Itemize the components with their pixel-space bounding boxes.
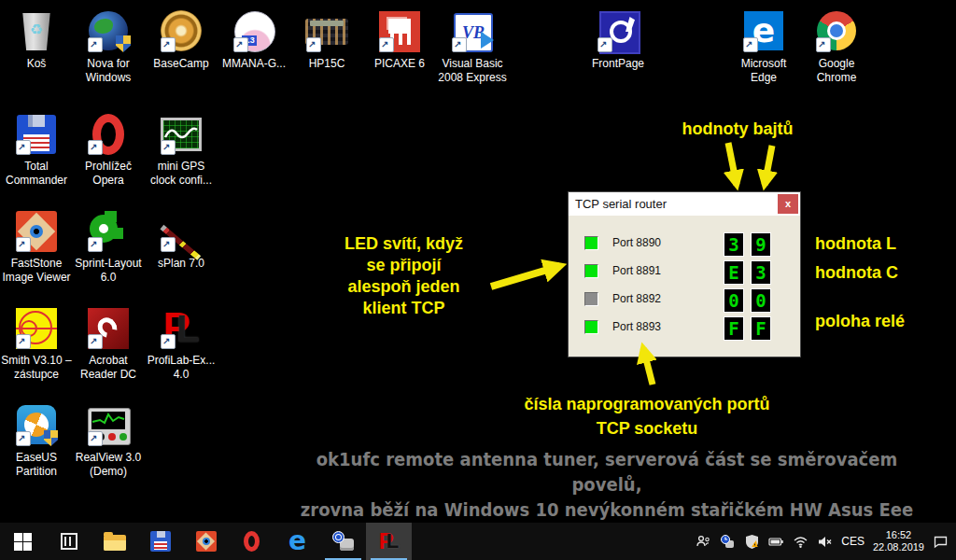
desktop-icon-mmana[interactable]: v.3 MMANA-G... xyxy=(218,9,290,71)
desktop-icon-label: Nova for Windows xyxy=(72,57,145,85)
language-indicator[interactable]: CES xyxy=(841,535,865,548)
profilab-icon-l: L xyxy=(387,530,399,553)
wifi-icon[interactable] xyxy=(793,534,808,550)
digit-display-l: E xyxy=(724,260,744,285)
shortcut-arrow-icon xyxy=(161,140,176,155)
desktop-icon-recycle-bin[interactable]: ♻ Koš xyxy=(0,9,73,71)
window-title: TCP serial router xyxy=(575,197,667,211)
tcp-serial-router-button[interactable] xyxy=(320,523,366,560)
action-center-icon[interactable] xyxy=(933,534,949,550)
defender-shield-icon[interactable] xyxy=(744,534,760,550)
people-icon[interactable] xyxy=(696,534,711,550)
desktop-icon-easeus[interactable]: EaseUS Partition xyxy=(0,403,73,479)
eye-icon xyxy=(196,531,217,552)
close-button[interactable]: x xyxy=(778,194,798,214)
port-row: Port 8890 3 9 xyxy=(569,232,800,260)
shortcut-arrow-icon xyxy=(16,237,31,252)
edge-button[interactable]: e xyxy=(274,523,320,560)
calculator-icon xyxy=(304,9,349,54)
desktop-icon-label: Prohlížeč Opera xyxy=(72,160,145,188)
annotation-line: LED svítí, když xyxy=(327,233,481,255)
total-commander-button[interactable] xyxy=(137,523,183,560)
desktop-icon-realview[interactable]: RealView 3.0 (Demo) xyxy=(72,403,145,479)
desktop-icon-google-chrome[interactable]: Google Chrome xyxy=(800,9,873,85)
desktop-icon-label: Google Chrome xyxy=(800,57,873,85)
sprint-layout-icon xyxy=(86,209,131,254)
digit-display-l: F xyxy=(724,316,744,341)
desktop-icon-sprint-layout[interactable]: Sprint-Layout 6.0 xyxy=(72,209,145,285)
tray-date: 22.08.2019 xyxy=(873,541,924,553)
taskbar-clock[interactable]: 16:52 22.08.2019 xyxy=(873,529,924,553)
shortcut-arrow-icon xyxy=(816,37,831,52)
shortcut-arrow-icon xyxy=(233,37,248,52)
desktop-icon-picaxe[interactable]: PICAXE 6 xyxy=(363,9,436,71)
desktop-icon-nova-for-windows[interactable]: Nova for Windows xyxy=(72,9,145,85)
annotation-value-c: hodnota C xyxy=(815,262,898,284)
desktop-icon-label: sPlan 7.0 xyxy=(145,257,218,271)
pencil-icon xyxy=(159,209,204,254)
recycle-glyph: ♻ xyxy=(21,21,51,38)
realview-icon xyxy=(86,403,131,448)
desktop-icon-opera[interactable]: Prohlížeč Opera xyxy=(72,112,145,188)
shortcut-arrow-icon xyxy=(88,237,103,252)
shortcut-arrow-icon xyxy=(161,237,176,252)
profilab-button[interactable]: PL xyxy=(366,523,412,560)
digit-display-l: 0 xyxy=(724,288,744,313)
desktop-icon-smith[interactable]: Smith V3.10 – zástupce xyxy=(0,306,73,382)
profilab-icon: PL xyxy=(159,306,204,351)
profilab-l: L xyxy=(176,308,199,349)
desktop-icon-label: EaseUS Partition xyxy=(0,451,73,479)
opera-button[interactable] xyxy=(229,523,274,560)
eye-icon xyxy=(14,209,59,254)
battery-icon[interactable] xyxy=(768,534,784,550)
desktop-icon-basecamp[interactable]: BaseCamp xyxy=(145,9,218,71)
desktop-icon-label: FastStone Image Viewer xyxy=(0,257,73,285)
annotation-line: klient TCP xyxy=(327,298,481,319)
task-view-icon xyxy=(61,533,77,550)
desktop-icon-label: BaseCamp xyxy=(145,57,218,71)
faststone-button[interactable] xyxy=(183,523,229,560)
shortcut-arrow-icon xyxy=(598,37,612,52)
digit-display-r: 0 xyxy=(751,288,771,313)
desktop-icon-splan[interactable]: sPlan 7.0 xyxy=(145,209,218,271)
compass-icon xyxy=(159,9,204,54)
desktop-icon-visual-basic[interactable]: VB Visual Basic 2008 Express xyxy=(436,9,509,85)
desktop-icon-frontpage[interactable]: FrontPage xyxy=(582,9,654,71)
desktop-icon-microsoft-edge[interactable]: e Microsoft Edge xyxy=(727,9,800,85)
windows-logo-icon xyxy=(14,533,32,551)
annotation-led-explains: LED svítí, když se připojí alespoň jeden… xyxy=(327,233,481,319)
arrow-to-right-digit-column xyxy=(765,146,772,185)
desktop-icon-label: Total Commander xyxy=(0,160,73,188)
file-explorer-button[interactable] xyxy=(91,523,137,560)
start-button[interactable] xyxy=(0,523,46,560)
port-label: Port 8892 xyxy=(612,292,661,305)
edge-icon: e xyxy=(288,528,306,554)
desktop-icon-label: Sprint-Layout 6.0 xyxy=(72,257,145,285)
led-indicator xyxy=(584,264,598,278)
port-row: Port 8891 E 3 xyxy=(569,260,800,288)
task-view-button[interactable] xyxy=(46,523,91,560)
desktop-icon-total-commander[interactable]: Total Commander xyxy=(0,112,73,188)
serial-router-tray-icon[interactable] xyxy=(720,534,736,550)
frontpage-icon xyxy=(596,9,640,54)
speaker-muted-icon[interactable] xyxy=(817,534,833,550)
vb-icon: VB xyxy=(450,9,495,54)
desktop-icon-acrobat[interactable]: Acrobat Reader DC xyxy=(72,306,145,382)
folder-icon xyxy=(104,535,126,551)
desktop-icon-hp15c[interactable]: HP15C xyxy=(290,9,363,71)
digit-display-r: 3 xyxy=(751,260,771,285)
shortcut-arrow-icon xyxy=(16,140,31,155)
desktop-icon-mini-gps-clock[interactable]: mini GPS clock confi... xyxy=(145,112,218,188)
led-indicator xyxy=(584,320,598,334)
desktop-icon-profilab[interactable]: PL ProfiLab-Ex... 4.0 xyxy=(145,306,218,382)
shortcut-arrow-icon xyxy=(379,37,394,52)
opera-icon xyxy=(86,112,131,157)
shortcut-arrow-icon xyxy=(452,37,467,52)
tcp-serial-router-window: TCP serial router x Port 8890 3 9 Port 8… xyxy=(568,191,801,357)
window-titlebar[interactable]: TCP serial router x xyxy=(569,192,800,216)
desktop-icon-faststone[interactable]: FastStone Image Viewer xyxy=(0,209,73,285)
port-label: Port 8891 xyxy=(612,264,661,277)
annotation-byte-values: hodnoty bajtů xyxy=(654,119,822,140)
shortcut-arrow-icon xyxy=(88,334,103,349)
recycle-bin-icon: ♻ xyxy=(14,9,59,54)
